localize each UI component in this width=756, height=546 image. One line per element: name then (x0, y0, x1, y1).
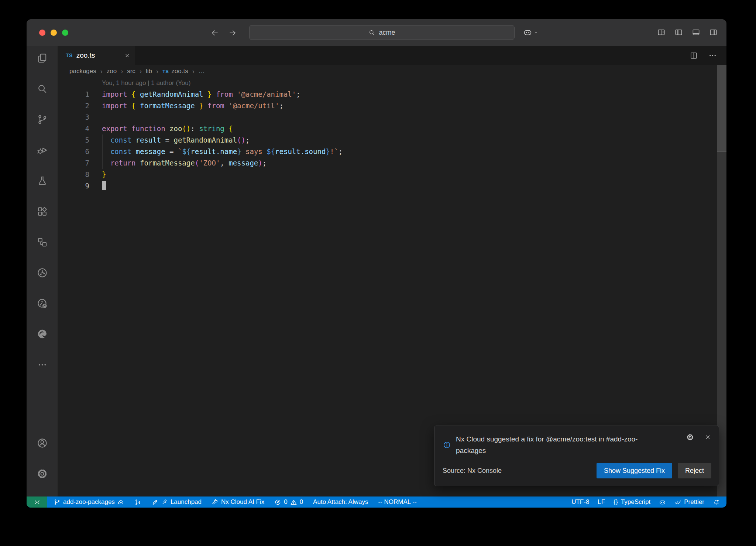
activity-item-search[interactable] (27, 76, 58, 101)
source-control-icon (37, 114, 48, 125)
line-number: 1 (58, 89, 102, 100)
line-content: import { formatMessage } from '@acme/uti… (102, 100, 284, 112)
status-item-notifications-bell[interactable] (713, 499, 720, 506)
breadcrumb-item-src[interactable]: src (127, 68, 135, 75)
error-circle-icon (274, 499, 281, 506)
activity-item-git-graph-view[interactable] (27, 260, 58, 285)
breadcrumb-overflow[interactable]: … (199, 68, 205, 75)
warning-triangle-icon (290, 499, 297, 506)
zoom-window-button[interactable] (62, 30, 68, 36)
line-number: 8 (58, 169, 102, 180)
accounts-icon (37, 437, 48, 449)
line-content: import { getRandomAnimal } from '@acme/a… (102, 89, 300, 100)
git-blame-annotation: You, 1 hour ago | 1 author (You) (58, 78, 726, 89)
notification-message: Nx Cloud suggested a fix for @acme/zoo:t… (456, 433, 658, 456)
scrollbar-slider[interactable] (717, 65, 726, 151)
status-item-git-branch[interactable]: add-zoo-packages (54, 498, 124, 506)
status-item-vim-mode[interactable]: -- NORMAL -- (378, 498, 416, 506)
activity-item-edge-tools[interactable] (27, 322, 58, 346)
activity-item-more-views[interactable] (27, 352, 58, 377)
desktop: { "titlebar": { "window_controls": ["clo… (0, 0, 756, 546)
notification-source: Source: Nx Console (443, 467, 502, 475)
customize-layout-icon[interactable] (657, 28, 666, 37)
breadcrumb-separator: › (121, 68, 123, 75)
activity-item-explorer[interactable] (27, 46, 58, 70)
notification-settings-icon[interactable] (686, 433, 694, 441)
status-item-eol[interactable]: LF (598, 498, 605, 506)
extensions-icon (37, 206, 48, 217)
status-text: -- NORMAL -- (378, 498, 416, 506)
toggle-panel-icon[interactable] (692, 28, 700, 37)
code-line-6: 6 const message = `${result.name} says $… (58, 146, 726, 157)
split-editor-icon[interactable] (690, 51, 698, 60)
breadcrumb-item-packages[interactable]: packages (69, 68, 96, 75)
status-bar: add-zoo-packagesLaunchpadNx Cloud AI Fix… (27, 496, 726, 508)
activity-item-run-and-debug[interactable] (27, 138, 58, 162)
git-branch-icon (54, 499, 61, 506)
toggle-primary-sidebar-icon[interactable] (674, 28, 683, 37)
nx-console-icon (37, 236, 48, 248)
status-bar-left: add-zoo-packagesLaunchpadNx Cloud AI Fix… (47, 498, 417, 506)
activity-item-extensions[interactable] (27, 199, 58, 223)
breadcrumb-item-zoo[interactable]: zoo (107, 68, 117, 75)
edge-tools-icon (37, 328, 48, 340)
activity-item-accounts[interactable] (27, 431, 58, 455)
activity-item-source-control[interactable] (27, 107, 58, 132)
activity-item-settings[interactable] (27, 461, 58, 486)
plug-icon (161, 499, 168, 506)
activity-item-nx-cloud[interactable] (27, 291, 58, 315)
back-icon[interactable] (210, 28, 219, 37)
close-window-button[interactable] (39, 30, 45, 36)
activity-item-nx-console[interactable] (27, 230, 58, 254)
status-item-problems[interactable]: 00 (274, 498, 303, 506)
toggle-secondary-sidebar-icon[interactable] (709, 28, 718, 37)
editor-actions (690, 46, 726, 65)
show-suggested-fix-button[interactable]: Show Suggested Fix (597, 463, 672, 478)
line-content: return formatMessage('ZOO', message); (102, 157, 267, 169)
more-actions-icon[interactable] (708, 51, 717, 60)
tab-zoo-ts[interactable]: TS zoo.ts (58, 46, 136, 65)
testing-icon (37, 175, 48, 187)
status-item-encoding[interactable]: UTF-8 (571, 498, 589, 506)
settings-icon (37, 468, 48, 480)
breadcrumb-item-lib[interactable]: lib (146, 68, 152, 75)
remote-indicator[interactable] (27, 496, 47, 508)
command-center-search[interactable]: acme (249, 25, 515, 40)
breadcrumb-separator: › (192, 68, 195, 75)
notification-close-icon[interactable] (704, 433, 711, 441)
git-graph-view-icon (37, 267, 48, 279)
nx-cloud-icon (37, 298, 48, 309)
status-text: LF (598, 498, 605, 506)
status-text: UTF-8 (571, 498, 589, 506)
breadcrumb-separator: › (100, 68, 103, 75)
code-line-4: 4export function zoo(): string { (58, 123, 726, 134)
line-number: 7 (58, 157, 102, 169)
minimize-window-button[interactable] (51, 30, 57, 36)
code-line-8: 8} (58, 169, 726, 180)
search-icon (37, 83, 48, 95)
status-item-git-graph[interactable] (134, 499, 141, 506)
status-item-language[interactable]: {}TypeScript (614, 498, 650, 506)
status-text: Launchpad (171, 498, 202, 506)
run-and-debug-icon (37, 144, 48, 156)
line-content: const message = `${result.name} says ${r… (102, 146, 343, 157)
breadcrumb-item-file[interactable]: TSzoo.ts (162, 68, 188, 75)
activity-item-testing[interactable] (27, 168, 58, 193)
status-text: TypeScript (621, 498, 650, 506)
wrench-icon (212, 499, 219, 506)
status-item-formatter[interactable]: Prettier (674, 498, 704, 506)
code-line-5: 5 const result = getRandomAnimal(); (58, 134, 726, 146)
status-item-nx-cloud-ai-fix[interactable]: Nx Cloud AI Fix (212, 498, 264, 506)
status-item-launchpad[interactable]: Launchpad (151, 498, 202, 506)
line-content: const result = getRandomAnimal(); (102, 134, 250, 146)
reject-button[interactable]: Reject (678, 463, 711, 478)
more-views-icon (37, 359, 48, 371)
close-tab-icon[interactable] (124, 52, 130, 59)
forward-icon[interactable] (228, 28, 237, 37)
status-item-auto-attach[interactable]: Auto Attach: Always (313, 498, 368, 506)
copilot-menu[interactable] (523, 28, 539, 37)
status-item-copilot-status[interactable] (659, 499, 666, 506)
explorer-icon (37, 52, 48, 64)
line-number: 5 (58, 134, 102, 146)
line-number: 6 (58, 146, 102, 157)
